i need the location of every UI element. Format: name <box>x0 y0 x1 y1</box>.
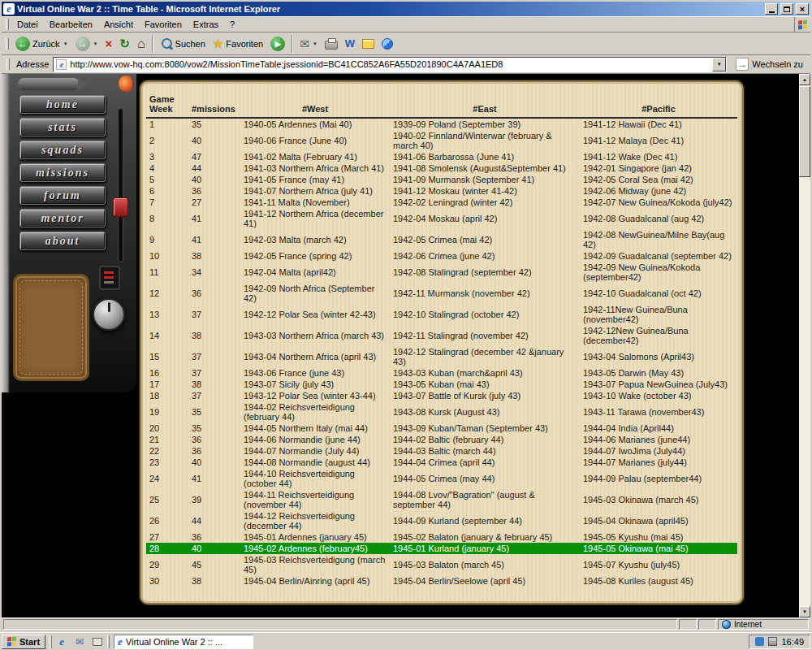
menu-bar: DateiBearbeitenAnsichtFavoritenExtras? <box>2 16 810 32</box>
sidebar-item-home[interactable]: home <box>19 95 106 114</box>
sidebar-item-squads[interactable]: squads <box>19 141 106 159</box>
table-cell: 1941-12 Northern Africa (december 41) <box>240 208 390 229</box>
table-cell: 2 <box>146 130 188 151</box>
start-button[interactable]: Start <box>2 635 45 649</box>
go-button[interactable]: → Wechseln zu <box>731 58 808 71</box>
table-cell: 36 <box>188 283 240 304</box>
quicklaunch-ie-button[interactable]: e <box>54 635 70 649</box>
table-cell: 1940-05 Ardennes (Mai 40) <box>240 118 390 130</box>
address-label: Adresse <box>16 59 49 69</box>
search-label: Suchen <box>175 39 205 49</box>
quicklaunch-handle[interactable] <box>107 635 110 648</box>
toolbar-grip[interactable] <box>6 38 9 50</box>
messenger-button[interactable] <box>378 34 396 54</box>
table-cell: 1942-04 Malta (april42) <box>240 262 390 283</box>
home-button[interactable]: ⌂ <box>134 34 149 54</box>
mail-button[interactable]: ✉ ▼ <box>296 34 321 54</box>
back-button[interactable]: ← Zurück ▼ <box>12 34 71 54</box>
table-cell: 1941-09 Murmansk (September 41) <box>390 174 580 185</box>
table-cell: 1944-11 Reichsverteidigung (november 44) <box>240 489 390 510</box>
table-cell: 1944-06 Normandie (june 44) <box>240 434 390 445</box>
table-cell: 27 <box>188 197 240 208</box>
close-button[interactable]: × <box>796 3 809 15</box>
media-button[interactable]: ▶ <box>267 34 288 54</box>
table-cell: 1945-03 Reichsverteidigung (march 45) <box>240 554 390 575</box>
table-cell: 19 <box>146 401 188 422</box>
table-cell: 4 <box>146 162 188 174</box>
menu-item-bearbeiten[interactable]: Bearbeiten <box>44 18 98 31</box>
table-cell: 1942-04 Moskau (april 42) <box>390 208 580 229</box>
table-row: 3471941-02 Malta (February 41)1941-06 Ba… <box>146 151 737 162</box>
tray-icon[interactable] <box>755 637 764 646</box>
timetable: Game Week#missions#West#East#Pacific 135… <box>146 93 737 587</box>
sidebar-item-missions[interactable]: missions <box>19 163 106 182</box>
table-cell: 1942-03 Malta (march 42) <box>240 229 390 250</box>
table-cell: 35 <box>188 422 240 434</box>
table-cell: 1939-09 Poland (September 39) <box>390 118 580 130</box>
table-cell: 37 <box>188 367 240 379</box>
table-row: 19351944-02 Reichsverteidigung (february… <box>146 401 737 422</box>
titlebar[interactable]: e Virtual Online War 2 :: Time Table - M… <box>2 2 810 16</box>
address-grip[interactable] <box>6 58 10 70</box>
menu-item-extras[interactable]: Extras <box>188 18 224 31</box>
sidebar-item-mentor[interactable]: mentor <box>19 209 106 228</box>
sidebar-item-about[interactable]: about <box>19 232 106 250</box>
menu-item-?[interactable]: ? <box>224 18 240 31</box>
menu-item-datei[interactable]: Datei <box>11 18 44 31</box>
tray-icon[interactable] <box>768 637 777 646</box>
table-cell: 1941-03 Northern Africa (March 41) <box>240 162 390 174</box>
table-cell: 1945-04 Berlin/Seelowe (april 45) <box>390 575 580 587</box>
address-dropdown-button[interactable]: ▼ <box>712 58 726 72</box>
lever-handle[interactable] <box>113 197 128 217</box>
table-cell: 1943-04 Northern Africa (april 43) <box>240 346 390 367</box>
quicklaunch-mail-button[interactable]: ✉ <box>71 635 88 649</box>
vertical-scrollbar[interactable]: ▲ ▼ <box>799 74 810 618</box>
quicklaunch-handle[interactable] <box>50 635 52 648</box>
table-cell: 1942-09 New Guinea/Kokoda (september42) <box>580 262 737 283</box>
menu-item-favoriten[interactable]: Favoriten <box>139 18 188 31</box>
scroll-up-button[interactable]: ▲ <box>799 74 810 85</box>
forward-button[interactable]: → ▼ <box>72 34 102 54</box>
favorites-button[interactable]: ★ Favoriten <box>209 34 266 54</box>
back-dropdown-icon[interactable]: ▼ <box>63 41 68 46</box>
table-cell: 1942-06 Midway (june 42) <box>580 185 737 197</box>
scroll-thumb[interactable] <box>799 86 810 177</box>
window-title: Virtual Online War 2 :: Time Table - Mic… <box>17 4 762 14</box>
windows-logo <box>794 17 810 32</box>
scroll-down-button[interactable]: ▼ <box>799 606 810 618</box>
print-button[interactable] <box>322 34 341 54</box>
minimize-icon <box>769 11 775 13</box>
table-cell: 16 <box>146 367 188 379</box>
discuss-button[interactable] <box>359 34 378 54</box>
sidebar-item-stats[interactable]: stats <box>19 118 106 136</box>
edit-button[interactable]: W <box>342 34 358 54</box>
sidebar-item-forum[interactable]: forum <box>19 186 106 205</box>
table-cell: 38 <box>188 325 240 346</box>
stop-button[interactable]: × <box>102 34 116 54</box>
leather-panel <box>13 274 89 381</box>
address-input[interactable]: e http://www.vow-hq.com:8080/vow2/Missio… <box>53 57 727 72</box>
search-button[interactable]: Suchen <box>157 34 209 54</box>
forward-dropdown-icon[interactable]: ▼ <box>93 41 98 46</box>
table-row: 14381943-03 Northern Africa (march 43)19… <box>146 325 737 346</box>
table-row: 1351940-05 Ardennes (Mai 40)1939-09 Pola… <box>146 118 737 130</box>
table-cell: 10 <box>146 250 188 262</box>
table-cell: 40 <box>188 543 240 554</box>
mail-dropdown-icon[interactable]: ▼ <box>313 41 317 46</box>
maximize-button[interactable] <box>780 3 793 15</box>
menu-item-ansicht[interactable]: Ansicht <box>98 18 139 31</box>
browser-window: e Virtual Online War 2 :: Time Table - M… <box>0 0 812 632</box>
ie-icon: e <box>59 635 64 648</box>
quicklaunch-desktop-button[interactable] <box>89 635 106 649</box>
taskbar-task-button[interactable]: e Virtual Online War 2 :: ... <box>114 635 253 649</box>
refresh-button[interactable]: ↻ <box>116 34 133 54</box>
flame-graphic <box>119 76 132 92</box>
search-icon <box>160 37 173 50</box>
minimize-button[interactable] <box>765 3 778 15</box>
table-row: 27361945-01 Ardennes (january 45)1945-02… <box>146 531 737 543</box>
table-cell: 11 <box>146 262 188 283</box>
timetable-panel: Game Week#missions#West#East#Pacific 135… <box>140 80 744 604</box>
table-cell: 1943-07 Battle of Kursk (july 43) <box>390 390 580 401</box>
table-cell: 1942-01 Singapore (jan 42) <box>580 162 737 174</box>
menu-grip[interactable] <box>6 19 9 30</box>
